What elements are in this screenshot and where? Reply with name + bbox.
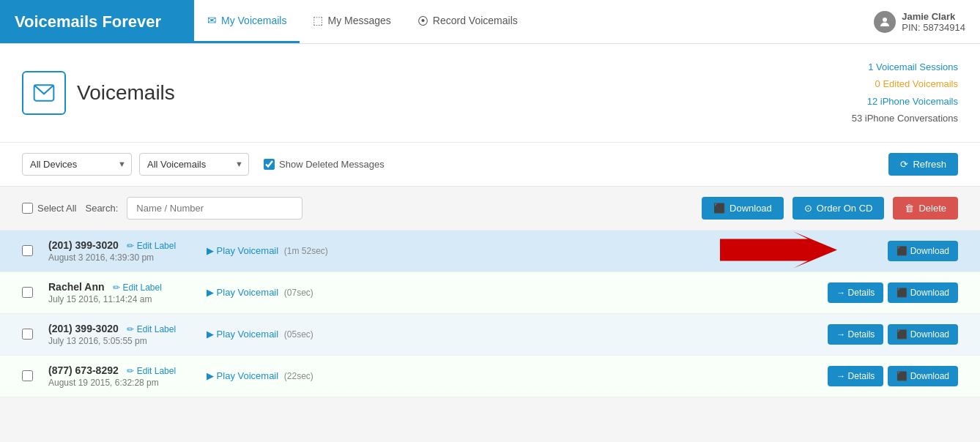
refresh-icon: ⟳: [900, 159, 908, 170]
delete-button[interactable]: 🗑 Delete: [893, 197, 958, 220]
play-voicemail-link[interactable]: ▶ Play Voicemail: [207, 329, 278, 340]
nav-my-messages[interactable]: ⬚ My Messages: [300, 0, 404, 43]
brand-name: Voicemails Forever: [15, 12, 161, 31]
user-pin: PIN: 58734914: [902, 22, 965, 33]
row-checkbox-wrapper: [22, 287, 37, 298]
download-button[interactable]: ⬛ Download: [888, 324, 958, 345]
stat-iphone-vm[interactable]: 12 iPhone Voicemails: [852, 93, 958, 110]
voicemail-icon: ✉: [207, 14, 217, 27]
row-checkbox-wrapper: [22, 245, 37, 256]
voicemail-filter-wrapper: All Voicemails Deleted Saved ▼: [139, 153, 249, 176]
play-duration: (1m 52sec): [284, 246, 328, 256]
table-row: (201) 399-3020 ✏ Edit Label August 3 201…: [0, 231, 980, 272]
row-checkbox[interactable]: [22, 329, 33, 340]
vm-caller-name: (877) 673-8292: [48, 364, 119, 376]
details-button[interactable]: → Details: [828, 366, 883, 386]
voicemail-filter[interactable]: All Voicemails Deleted Saved: [139, 153, 249, 176]
row-checkbox[interactable]: [22, 370, 33, 381]
vm-actions: → Details⬛ Download: [828, 366, 958, 386]
download-all-button[interactable]: ⬛ Download: [702, 197, 784, 220]
voicemail-list: (201) 399-3020 ✏ Edit Label August 3 201…: [0, 231, 980, 397]
download-button[interactable]: ⬛ Download: [888, 366, 958, 386]
main-nav: ✉ My Voicemails ⬚ My Messages ⦿ Record V…: [194, 0, 874, 43]
delete-icon: 🗑: [905, 203, 914, 214]
order-cd-icon: ⊙: [804, 203, 812, 214]
vm-play: ▶ Play Voicemail (1m 52sec): [207, 245, 876, 256]
order-cd-button[interactable]: ⊙ Order On CD: [792, 197, 885, 220]
vm-caller-name: (201) 399-3020: [48, 239, 119, 251]
delete-label: Delete: [918, 203, 946, 214]
vm-info: Rachel Ann ✏ Edit Label July 15 2016, 11…: [48, 281, 195, 304]
edit-label-link[interactable]: ✏ Edit Label: [127, 241, 176, 251]
play-voicemail-link[interactable]: ▶ Play Voicemail: [207, 370, 278, 381]
vm-play: ▶ Play Voicemail (07sec): [207, 287, 816, 298]
edit-label-link[interactable]: ✏ Edit Label: [127, 366, 176, 376]
page-header-left: Voicemails: [22, 71, 175, 115]
play-duration: (05sec): [284, 329, 313, 340]
vm-info: (877) 673-8292 ✏ Edit Label August 19 20…: [48, 364, 195, 388]
user-name: Jamie Clark: [902, 11, 965, 22]
vm-actions: → Details⬛ Download: [828, 324, 958, 345]
vm-date: July 15 2016, 11:14:24 am: [48, 294, 195, 304]
select-all-label[interactable]: Select All: [22, 203, 76, 214]
select-all-text: Select All: [37, 203, 76, 214]
row-checkbox-wrapper: [22, 370, 37, 381]
select-all-checkbox[interactable]: [22, 203, 33, 214]
show-deleted-checkbox[interactable]: [264, 159, 275, 170]
svg-point-0: [883, 18, 887, 22]
play-voicemail-link[interactable]: ▶ Play Voicemail: [207, 287, 278, 298]
page-title: Voicemails: [77, 81, 175, 105]
vm-date: August 19 2015, 6:32:28 pm: [48, 378, 195, 388]
nav-my-messages-label: My Messages: [327, 15, 390, 26]
brand-logo: Voicemails Forever: [0, 0, 194, 43]
edit-label-link[interactable]: ✏ Edit Label: [127, 324, 176, 334]
row-checkbox-wrapper: [22, 329, 37, 340]
show-deleted-label[interactable]: Show Deleted Messages: [264, 159, 385, 170]
nav-record-label: Record Voicemails: [433, 15, 518, 26]
row-checkbox[interactable]: [22, 245, 33, 256]
table-controls: Select All Search: ⬛ Download ⊙ Order On…: [0, 187, 980, 231]
vm-play: ▶ Play Voicemail (22sec): [207, 370, 816, 381]
nav-my-voicemails-label: My Voicemails: [221, 15, 286, 26]
vm-caller-name: (201) 399-3020: [48, 323, 119, 334]
user-section: Jamie Clark PIN: 58734914: [874, 11, 980, 33]
page-header: Voicemails 1 Voicemail Sessions 0 Edited…: [0, 44, 980, 143]
download-button[interactable]: ⬛ Download: [888, 241, 958, 261]
vm-caller-name: Rachel Ann: [48, 281, 105, 293]
avatar: [874, 11, 896, 33]
details-button[interactable]: → Details: [828, 324, 883, 345]
search-input[interactable]: [127, 197, 302, 220]
vm-play: ▶ Play Voicemail (05sec): [207, 329, 816, 340]
table-row: (877) 673-8292 ✏ Edit Label August 19 20…: [0, 356, 980, 397]
filter-toolbar: All Devices iPhone Android ▼ All Voicema…: [0, 143, 980, 187]
edit-label-link[interactable]: ✏ Edit Label: [113, 282, 162, 293]
stat-iphone-conv: 53 iPhone Conversations: [852, 110, 958, 127]
row-checkbox[interactable]: [22, 287, 33, 298]
table-row: Rachel Ann ✏ Edit Label July 15 2016, 11…: [0, 272, 980, 314]
download-all-icon: ⬛: [713, 203, 725, 214]
vm-actions: ⬛ Download: [888, 241, 958, 261]
device-filter-wrapper: All Devices iPhone Android ▼: [22, 153, 132, 176]
vm-actions: → Details⬛ Download: [828, 282, 958, 303]
nav-record-voicemails[interactable]: ⦿ Record Voicemails: [404, 0, 531, 43]
download-button[interactable]: ⬛ Download: [888, 282, 958, 303]
play-duration: (07sec): [284, 288, 313, 298]
play-voicemail-link[interactable]: ▶ Play Voicemail: [207, 245, 278, 256]
vm-info: (201) 399-3020 ✏ Edit Label August 3 201…: [48, 239, 195, 263]
refresh-label: Refresh: [913, 159, 946, 170]
table-row: (201) 399-3020 ✏ Edit Label July 13 2016…: [0, 314, 980, 356]
device-filter[interactable]: All Devices iPhone Android: [22, 153, 132, 176]
details-button[interactable]: → Details: [828, 282, 883, 303]
vm-info: (201) 399-3020 ✏ Edit Label July 13 2016…: [48, 323, 195, 346]
user-info: Jamie Clark PIN: 58734914: [902, 11, 965, 33]
nav-my-voicemails[interactable]: ✉ My Voicemails: [194, 0, 300, 43]
messages-icon: ⬚: [313, 14, 323, 27]
mail-icon-box: [22, 71, 66, 115]
stat-sessions[interactable]: 1 Voicemail Sessions: [852, 59, 958, 75]
vm-date: July 13 2016, 5:05:55 pm: [48, 336, 195, 346]
show-deleted-text: Show Deleted Messages: [279, 159, 385, 170]
vm-date: August 3 2016, 4:39:30 pm: [48, 252, 195, 263]
refresh-button[interactable]: ⟳ Refresh: [888, 153, 958, 176]
stat-edited[interactable]: 0 Edited Voicemails: [852, 75, 958, 92]
download-all-label: Download: [730, 203, 772, 214]
